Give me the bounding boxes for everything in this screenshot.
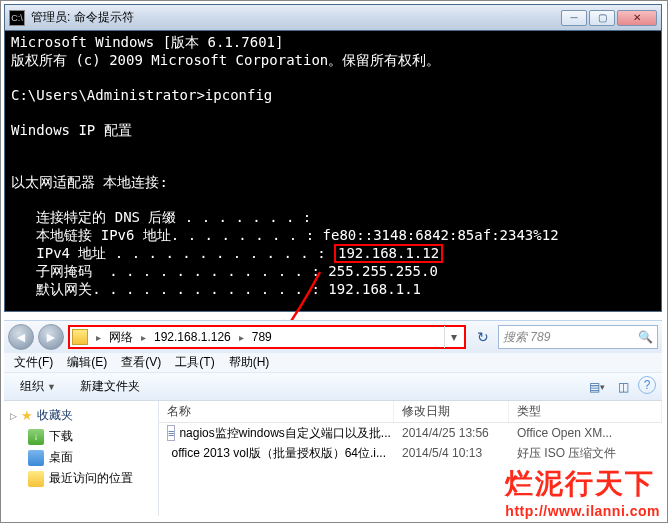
cmd-value-mask: 255.255.255.0 bbox=[328, 263, 438, 279]
preview-pane-button[interactable]: ◫ bbox=[612, 376, 634, 398]
nav-forward-button[interactable]: ► bbox=[38, 324, 64, 350]
command-prompt-window: C:\ 管理员: 命令提示符 ─ ▢ ✕ Microsoft Windows [… bbox=[4, 4, 662, 312]
crumb-sep-icon[interactable]: ▸ bbox=[237, 332, 246, 343]
explorer-body: ▷ ★ 收藏夹 ↓ 下载 桌面 最近访问的位置 bbox=[4, 401, 662, 516]
explorer-nav-row: ◄ ► ▸ 网络 ▸ 192.168.1.126 ▸ 789 ▾ ↻ 搜索 78… bbox=[4, 321, 662, 353]
view-options-button[interactable]: ▤▾ bbox=[586, 376, 608, 398]
column-date[interactable]: 修改日期 bbox=[394, 401, 509, 422]
sidebar-item-downloads[interactable]: ↓ 下载 bbox=[6, 426, 156, 447]
organize-label: 组织 bbox=[20, 378, 44, 395]
column-header-row: 名称 修改日期 类型 bbox=[159, 401, 662, 423]
sidebar-item-label: 桌面 bbox=[49, 449, 73, 466]
cmd-line-adapter: 以太网适配器 本地连接: bbox=[11, 174, 168, 190]
favorites-label: 收藏夹 bbox=[37, 407, 73, 424]
folder-icon bbox=[72, 329, 88, 345]
crumb-sep-icon[interactable]: ▸ bbox=[94, 332, 103, 343]
maximize-button[interactable]: ▢ bbox=[589, 10, 615, 26]
menu-view[interactable]: 查看(V) bbox=[115, 354, 167, 371]
menu-tools[interactable]: 工具(T) bbox=[169, 354, 220, 371]
cmd-label-mask: 子网掩码 . . . . . . . . . . . . : bbox=[11, 263, 328, 279]
cmd-line-copyright: 版权所有 (c) 2009 Microsoft Corporation。保留所有… bbox=[11, 52, 440, 68]
ipv4-highlight: 192.168.1.12 bbox=[334, 244, 443, 263]
cmd-label-ipv4: IPv4 地址 . . . . . . . . . . . . : bbox=[11, 245, 326, 261]
cmd-titlebar[interactable]: C:\ 管理员: 命令提示符 ─ ▢ ✕ bbox=[5, 5, 661, 31]
new-folder-button[interactable]: 新建文件夹 bbox=[70, 375, 150, 398]
sidebar-item-label: 下载 bbox=[49, 428, 73, 445]
cmd-icon: C:\ bbox=[9, 10, 25, 26]
file-date: 2014/5/4 10:13 bbox=[394, 446, 509, 460]
file-date: 2014/4/25 13:56 bbox=[394, 426, 509, 440]
menu-edit[interactable]: 编辑(E) bbox=[61, 354, 113, 371]
cmd-line-header: Windows IP 配置 bbox=[11, 122, 132, 138]
sidebar-item-recent[interactable]: 最近访问的位置 bbox=[6, 468, 156, 489]
menu-file[interactable]: 文件(F) bbox=[8, 354, 59, 371]
sidebar-item-desktop[interactable]: 桌面 bbox=[6, 447, 156, 468]
file-name: office 2013 vol版（批量授权版）64位.i... bbox=[171, 445, 386, 462]
sidebar-item-label: 最近访问的位置 bbox=[49, 470, 133, 487]
cmd-window-title: 管理员: 命令提示符 bbox=[31, 9, 561, 26]
cmd-label-dns: 连接特定的 DNS 后缀 . . . . . . . : bbox=[11, 209, 311, 225]
search-input[interactable]: 搜索 789 🔍 bbox=[498, 325, 658, 349]
search-placeholder: 搜索 789 bbox=[503, 329, 550, 346]
minimize-button[interactable]: ─ bbox=[561, 10, 587, 26]
sidebar-favorites[interactable]: ▷ ★ 收藏夹 bbox=[6, 405, 156, 426]
file-list: 名称 修改日期 类型 ≡ nagios监控windows自定义端口以及批... … bbox=[159, 401, 662, 516]
desktop-icon bbox=[28, 450, 44, 466]
cmd-output[interactable]: Microsoft Windows [版本 6.1.7601] 版权所有 (c)… bbox=[5, 31, 661, 311]
file-row[interactable]: office 2013 vol版（批量授权版）64位.i... 2014/5/4… bbox=[159, 443, 662, 463]
file-name: nagios监控windows自定义端口以及批... bbox=[179, 425, 390, 442]
cmd-label-gw: 默认网关. . . . . . . . . . . . . : bbox=[11, 281, 328, 297]
search-icon: 🔍 bbox=[638, 330, 653, 344]
nav-back-button[interactable]: ◄ bbox=[8, 324, 34, 350]
document-icon: ≡ bbox=[167, 425, 175, 441]
star-icon: ★ bbox=[21, 408, 33, 423]
menu-help[interactable]: 帮助(H) bbox=[223, 354, 276, 371]
organize-button[interactable]: 组织 ▼ bbox=[10, 375, 66, 398]
cmd-line-version: Microsoft Windows [版本 6.1.7601] bbox=[11, 34, 283, 50]
navigation-pane: ▷ ★ 收藏夹 ↓ 下载 桌面 最近访问的位置 bbox=[4, 401, 159, 516]
collapse-icon: ▷ bbox=[10, 411, 17, 421]
recent-icon bbox=[28, 471, 44, 487]
breadcrumb-folder[interactable]: 789 bbox=[248, 327, 276, 347]
help-button[interactable]: ? bbox=[638, 376, 656, 394]
file-type: 好压 ISO 压缩文件 bbox=[509, 445, 662, 462]
cmd-value-gw: 192.168.1.1 bbox=[328, 281, 421, 297]
breadcrumb-network[interactable]: 网络 bbox=[105, 327, 137, 347]
address-bar[interactable]: ▸ 网络 ▸ 192.168.1.126 ▸ 789 ▾ bbox=[68, 325, 466, 349]
file-type: Office Open XM... bbox=[509, 426, 662, 440]
window-buttons: ─ ▢ ✕ bbox=[561, 10, 657, 26]
column-type[interactable]: 类型 bbox=[509, 401, 662, 422]
address-dropdown[interactable]: ▾ bbox=[444, 326, 462, 348]
download-icon: ↓ bbox=[28, 429, 44, 445]
chevron-down-icon: ▼ bbox=[47, 382, 56, 392]
breadcrumb-host[interactable]: 192.168.1.126 bbox=[150, 327, 235, 347]
menu-bar: 文件(F) 编辑(E) 查看(V) 工具(T) 帮助(H) bbox=[4, 353, 662, 373]
refresh-button[interactable]: ↻ bbox=[472, 326, 494, 348]
explorer-toolbar: 组织 ▼ 新建文件夹 ▤▾ ◫ ? bbox=[4, 373, 662, 401]
close-button[interactable]: ✕ bbox=[617, 10, 657, 26]
explorer-window: ◄ ► ▸ 网络 ▸ 192.168.1.126 ▸ 789 ▾ ↻ 搜索 78… bbox=[4, 320, 662, 516]
cmd-line-prompt: C:\Users\Administrator>ipconfig bbox=[11, 87, 272, 103]
crumb-sep-icon[interactable]: ▸ bbox=[139, 332, 148, 343]
cmd-value-ipv6: fe80::3148:6842:85af:2343%12 bbox=[323, 227, 559, 243]
file-row[interactable]: ≡ nagios监控windows自定义端口以及批... 2014/4/25 1… bbox=[159, 423, 662, 443]
column-name[interactable]: 名称 bbox=[159, 401, 394, 422]
cmd-label-ipv6: 本地链接 IPv6 地址. . . . . . . . : bbox=[11, 227, 323, 243]
